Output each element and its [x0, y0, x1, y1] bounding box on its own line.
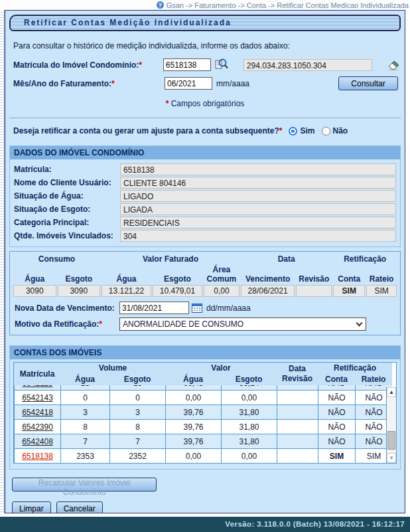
scrollbar-thumb[interactable] [387, 431, 395, 450]
matricula-row: Matrícula do Imóvel Condomínio:* 294.034… [13, 58, 401, 72]
nova-data-row: Nova Data de Vencimento: dd/mm/aaaa [15, 302, 398, 314]
col-group-volume: Volume [60, 363, 165, 374]
section-conta-condominio: Consumo Valor Faturado Data Retificação … [9, 251, 401, 335]
help-icon[interactable]: ? [157, 1, 164, 9]
col-group-retificacao: Retificação [318, 363, 392, 374]
table-row: 6542418 3 3 39,76 31,80 NÃO NÃO [15, 405, 393, 420]
erase-icon[interactable] [386, 58, 401, 72]
col-val-esgoto: Esgoto [221, 374, 277, 385]
divider [9, 118, 401, 118]
field-matricula-value: 6518138 [120, 163, 396, 175]
section-dados-imovel: DADOS DO IMÓVEL CONDOMÍNIO Matrícula: 65… [9, 145, 401, 247]
conta-condominio-row: 3090 3090 13.121,22 10.479,01 0,00 28/06… [13, 285, 397, 297]
nova-data-label: Nova Data de Vencimento: [15, 304, 119, 313]
matricula-input[interactable] [163, 58, 211, 71]
cell-valor-esgoto: 10.479,01 [153, 285, 202, 297]
mes-ano-mask: mm/aaaa [216, 79, 249, 88]
col-valor-esgoto: Esgoto [153, 265, 202, 284]
matricula-link-selected[interactable]: 6518138 [22, 452, 53, 461]
col-ret-conta: Conta [318, 374, 355, 385]
col-revisao: Revisão [296, 265, 332, 284]
motivo-select[interactable]: ANORMALIDADE DE CONSUMO [119, 317, 366, 331]
col-valor-agua: Água [102, 265, 151, 284]
col-val-agua: Água [165, 374, 221, 385]
cell-retif-conta: SIM [333, 285, 365, 297]
required-star: * [99, 319, 102, 329]
main-panel: Retificar Contas Medição Individualizada… [5, 10, 405, 513]
radio-nao-label: Não [333, 126, 348, 135]
mes-ano-input[interactable] [165, 77, 212, 90]
scroll-up-icon[interactable]: ▲ [387, 387, 396, 397]
matricula-link[interactable]: 6542408 [22, 437, 53, 446]
table-row: 6518138 2353 2352 0,00 0,00 SIM SIM [15, 449, 393, 464]
cell-vencimento: 28/06/2021 [241, 285, 295, 297]
field-situacao-esgoto: Situação de Esgoto: LIGADA [14, 203, 396, 215]
col-consumo-agua: Água [13, 265, 56, 284]
section-dados-header: DADOS DO IMÓVEL CONDOMÍNIO [10, 146, 400, 159]
matricula-link[interactable]: 6542418 [22, 408, 53, 417]
motivo-row: Motivo da Retificação:* ANORMALIDADE DE … [15, 317, 398, 331]
col-area-comum: Área Comum [204, 265, 239, 284]
field-categoria: Categoria Principal: RESIDENCIAIS [14, 217, 396, 228]
field-qtde-imoveis-value: 304 [120, 230, 396, 242]
matricula-link[interactable]: 6542143 [22, 393, 53, 402]
cell-consumo-esgoto: 3090 [58, 285, 101, 297]
field-situacao-agua-value: LIGADO [120, 190, 396, 202]
cell-revisao [296, 285, 332, 297]
cell-retif-rateio: SIM [366, 285, 397, 297]
retificar-question-row: Deseja retificar a conta ou gerar um aju… [13, 126, 401, 135]
nova-data-mask: dd/mm/aaaa [206, 304, 251, 313]
breadcrumb: ? Gsan -> Faturamento -> Conta -> Retifi… [0, 0, 410, 10]
retificar-question-label: Deseja retificar a conta ou gerar um aju… [13, 126, 279, 135]
limpar-button[interactable]: Limpar [12, 501, 51, 513]
matricula-label: Matrícula do Imóvel Condomínio: [13, 60, 139, 70]
col-vol-esgoto: Esgoto [109, 374, 165, 385]
page-title: Retificar Contas Medição Individualizada [9, 15, 401, 31]
radio-sim[interactable] [289, 127, 297, 135]
intro-text: Para consultar o histórico de medição in… [13, 41, 401, 50]
col-conta: Conta [333, 265, 365, 284]
table-row: 6542390 8 8 39,76 31,80 NÃO NÃO [15, 420, 393, 434]
calendar-icon[interactable] [192, 303, 202, 313]
matricula-link[interactable]: 6542390 [22, 422, 53, 432]
cell-consumo-agua: 3090 [13, 285, 56, 297]
required-star: * [166, 99, 169, 108]
col-vencimento: Vencimento [241, 265, 295, 284]
col-consumo-esgoto: Esgoto [58, 265, 101, 284]
table-row: 6542143 0 0 0,00 0,00 NÃO NÃO [15, 391, 393, 405]
contas-table: Matrícula Volume Valor Data Revisão Reti… [13, 362, 397, 464]
field-nome-cliente-value: CLIENTE 804146 [120, 177, 396, 189]
scroll-down-icon[interactable]: ▼ [387, 453, 396, 463]
mes-ano-label: Mês/Ano do Faturamento: [13, 79, 111, 88]
required-star: * [279, 126, 283, 135]
contas-scroll-region[interactable]: 6542113 13 13 66,43 53,14 NÃO NÃO 654214… [14, 385, 392, 463]
col-group-retificacao: Retificação [333, 254, 397, 264]
matricula-link[interactable]: 6542113 [23, 385, 53, 388]
motivo-label: Motivo da Retificação: [15, 319, 99, 329]
table-row: 6542408 7 7 39,76 31,80 NÃO NÃO [15, 434, 393, 449]
required-star: * [111, 79, 115, 88]
radio-nao[interactable] [322, 127, 330, 135]
contas-table-header: Matrícula Volume Valor Data Revisão Reti… [14, 363, 392, 385]
cell-area-comum: 0,00 [204, 285, 239, 297]
mes-ano-row: Mês/Ano do Faturamento:* mm/aaaa Consult… [13, 76, 401, 90]
col-data-revisao: Data Revisão [277, 363, 318, 385]
col-group-data: Data [241, 254, 332, 264]
field-categoria-value: RESIDENCIAIS [120, 217, 396, 228]
inscricao-display: 294.034.283.1050.304 [243, 59, 372, 71]
conta-condominio-table: Consumo Valor Faturado Data Retificação … [12, 253, 398, 298]
radio-sim-label: Sim [300, 126, 314, 135]
contas-table-body: 6542113 13 13 66,43 53,14 NÃO NÃO 654214… [14, 385, 392, 463]
search-icon[interactable] [214, 58, 229, 72]
field-qtde-imoveis: Qtde. Imóveis Vinculados: 304 [14, 230, 396, 242]
table-row: 6542113 13 13 66,43 53,14 NÃO NÃO [15, 385, 393, 391]
col-rateio: Rateio [366, 265, 397, 284]
field-nome-cliente: Nome do Cliente Usuário: CLIENTE 804146 [14, 177, 396, 189]
col-group-valor-faturado: Valor Faturado [102, 254, 239, 264]
cancelar-button[interactable]: Cancelar [56, 501, 103, 513]
scrollbar[interactable]: ▲ ▼ [386, 387, 396, 463]
consultar-button[interactable]: Consultar [338, 76, 398, 90]
field-matricula: Matrícula: 6518138 [14, 163, 396, 175]
nova-data-input[interactable] [119, 302, 189, 314]
col-group-valor: Valor [165, 363, 277, 374]
